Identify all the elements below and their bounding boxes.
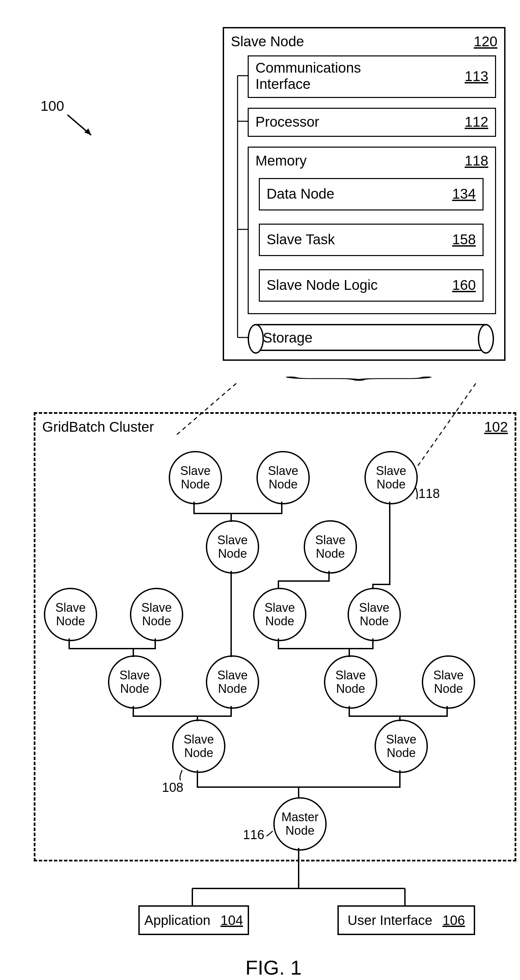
slave-node-circle: Slave Node xyxy=(347,588,401,641)
slave-node-circle: Slave Node xyxy=(206,655,259,709)
user-interface-box: User Interface 106 xyxy=(338,905,475,935)
processor-num: 112 xyxy=(465,114,488,130)
curly-brace-icon: ⏟ xyxy=(286,358,431,382)
processor-label: Processor xyxy=(255,114,319,130)
application-box: Application 104 xyxy=(138,905,249,935)
slave-node-circle: Slave Node xyxy=(108,655,161,709)
memory-label: Memory xyxy=(255,153,307,169)
slave-node-circle: Slave Node xyxy=(206,520,259,574)
slave-node-circle: Slave Node xyxy=(257,451,310,504)
cluster-title: GridBatch Cluster xyxy=(42,419,154,435)
application-label: Application xyxy=(144,913,211,928)
slave-node-circle: Slave Node xyxy=(365,451,418,504)
slave-node-circle: Slave Node xyxy=(44,588,97,641)
data-node-label: Data Node xyxy=(266,186,335,202)
slave-node-circle: Slave Node xyxy=(253,588,306,641)
slave-node-detail-box: Slave Node 120 Communications Interface … xyxy=(223,27,506,361)
processor-box: Processor 112 xyxy=(248,108,496,137)
slave-node-title: Slave Node xyxy=(231,33,304,50)
slave-node-circle: Slave Node xyxy=(422,655,475,709)
ui-label: User Interface xyxy=(347,913,432,928)
ref-108: 108 xyxy=(162,780,183,795)
slave-logic-num: 160 xyxy=(452,277,476,293)
data-node-num: 134 xyxy=(452,186,476,202)
figure-caption: FIG. 1 xyxy=(14,956,520,979)
slave-task-label: Slave Task xyxy=(266,231,335,248)
data-node-box: Data Node 134 xyxy=(259,178,484,210)
slave-task-num: 158 xyxy=(452,231,476,248)
memory-num: 118 xyxy=(465,153,488,169)
slave-task-box: Slave Task 158 xyxy=(259,224,484,256)
cluster-num: 102 xyxy=(484,419,508,435)
diagram-canvas: 100 Slave Node 120 Communications Interf… xyxy=(14,14,520,980)
comm-interface-box: Communications Interface 113 xyxy=(248,56,496,98)
ref-118: 118 xyxy=(419,487,440,501)
slave-node-num: 120 xyxy=(474,33,498,50)
storage-label: Storage xyxy=(263,330,312,346)
svg-marker-1 xyxy=(84,128,91,135)
ui-num: 106 xyxy=(442,913,465,928)
slave-logic-box: Slave Node Logic 160 xyxy=(259,269,484,302)
memory-box: Memory 118 Data Node 134 Slave Task 158 … xyxy=(248,146,496,314)
slave-node-circle: Slave Node xyxy=(304,520,357,574)
slave-node-circle: Slave Node xyxy=(374,719,428,773)
svg-line-0 xyxy=(68,115,91,135)
slave-node-circle: Slave Node xyxy=(324,655,377,709)
slave-logic-label: Slave Node Logic xyxy=(266,277,377,293)
slave-node-circle: Slave Node xyxy=(169,451,222,504)
comm-label: Communications Interface xyxy=(255,60,407,92)
slave-node-circle: Slave Node xyxy=(172,719,225,773)
ref-100: 100 xyxy=(41,98,64,114)
ref-116: 116 xyxy=(243,828,264,842)
application-num: 104 xyxy=(220,913,243,928)
master-node-circle: Master Node xyxy=(273,797,327,851)
comm-num: 113 xyxy=(465,68,488,84)
slave-node-circle: Slave Node xyxy=(130,588,183,641)
